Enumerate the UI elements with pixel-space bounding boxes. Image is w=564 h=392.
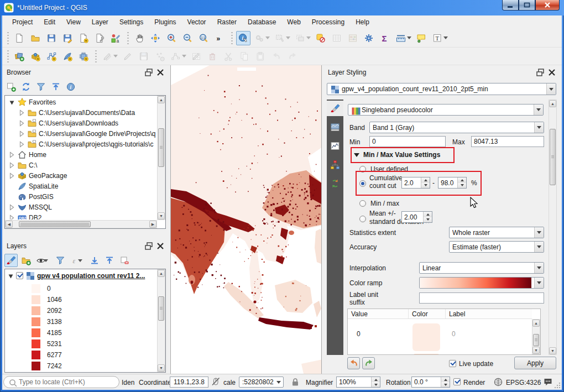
browser-item-mssql[interactable]: MSSQL (8, 202, 52, 212)
styling-tab-history[interactable] (327, 176, 343, 191)
menu-raster[interactable]: Raster (212, 15, 242, 29)
minmax-settings-header[interactable]: Min / Max Value Settings (363, 151, 440, 159)
chevron-down-icon[interactable] (265, 36, 270, 39)
styling-tab-transparency[interactable] (327, 119, 343, 135)
cumulative-label-line2[interactable]: count cut (369, 182, 396, 190)
browser-item-c[interactable]: C:\ (8, 160, 37, 170)
styling-panel-scrollbar[interactable]: ▲ ▼ (549, 100, 557, 355)
browser-item-db2[interactable]: DB2DB2 (8, 212, 41, 219)
menu-vector[interactable]: Vector (182, 15, 212, 29)
expander-icon[interactable] (8, 173, 15, 179)
toolbar-grip[interactable] (126, 32, 130, 44)
manage-map-themes-button[interactable] (34, 254, 48, 267)
collapse-arrow-icon[interactable] (354, 153, 359, 157)
color-ramp-selector[interactable] (419, 277, 544, 289)
menu-layer[interactable]: Layer (86, 15, 114, 29)
new-project-button[interactable] (12, 31, 27, 45)
collapse-all-button[interactable] (49, 80, 62, 93)
menu-processing[interactable]: Processing (306, 15, 350, 29)
styling-undo-button[interactable] (347, 357, 360, 369)
table-header-value[interactable]: Value (348, 309, 409, 318)
label-unit-suffix-input[interactable] (419, 292, 544, 304)
cumulative-label-line1[interactable]: Cumulative (369, 174, 403, 182)
save-project-button[interactable] (44, 31, 59, 45)
menu-edit[interactable]: Edit (38, 15, 61, 29)
add-group-button[interactable] (19, 254, 33, 267)
show-layout-manager-button[interactable] (92, 31, 107, 45)
table-header-label[interactable]: Label (446, 309, 532, 318)
filter-browser-button[interactable] (34, 80, 48, 93)
float-panel-icon[interactable] (144, 241, 154, 251)
browser-item-favorites[interactable]: Favorites (8, 97, 56, 107)
chevron-down-icon[interactable] (182, 55, 186, 58)
add-selected-layers-button[interactable] (4, 80, 18, 93)
statistics-extent-selector[interactable]: Whole raster (449, 227, 544, 238)
pan-to-selection-button[interactable] (148, 31, 163, 45)
layer-item[interactable]: gpw v4 population count rev11 2... (7, 270, 151, 281)
chevron-down-icon[interactable] (443, 36, 448, 39)
expander-icon[interactable] (8, 215, 15, 220)
toolbar-grip[interactable] (229, 32, 234, 44)
styling-redo-button[interactable] (362, 357, 375, 369)
expander-icon[interactable] (18, 130, 25, 137)
map-tips-button[interactable] (414, 31, 429, 45)
cumulative-min-spinbox[interactable]: 2.0 (401, 177, 430, 189)
apply-button[interactable]: Apply (514, 357, 556, 369)
max-input[interactable]: 8047.13 (471, 136, 544, 147)
styling-tab-histogram[interactable] (327, 138, 343, 154)
open-layer-styling-button[interactable] (4, 254, 18, 267)
table-row2-color-swatch[interactable] (412, 354, 440, 355)
layer-name[interactable]: gpw v4 population count rev11 2... (37, 272, 145, 280)
open-project-button[interactable] (28, 31, 43, 45)
close-panel-icon[interactable] (547, 67, 557, 77)
band-selector[interactable]: Band 1 (Gray) (369, 122, 544, 133)
new-virtual-layer-button[interactable] (76, 49, 91, 64)
min-max-label[interactable]: Min / max (370, 200, 399, 207)
properties-widget-button[interactable]: i (64, 80, 77, 93)
new-shapefile-layer-button[interactable] (44, 49, 59, 64)
minimize-button[interactable] (502, 0, 519, 11)
user-defined-radio[interactable] (359, 166, 366, 173)
refresh-button[interactable] (19, 80, 33, 93)
interpolation-selector[interactable]: Linear (419, 262, 544, 274)
expander-icon[interactable] (8, 204, 15, 211)
expander-icon[interactable] (7, 273, 14, 279)
browser-item-home[interactable]: Home (8, 149, 46, 160)
deselect-all-layers-button[interactable] (314, 31, 328, 45)
chevron-down-icon[interactable] (306, 36, 311, 39)
float-panel-icon[interactable] (535, 67, 545, 77)
styling-layer-selector[interactable]: gpw_v4_population_count_rev11_2010_2pt5_… (327, 83, 556, 95)
new-print-layout-button[interactable] (76, 31, 91, 45)
render-type-selector[interactable]: Singleband pseudocolor (348, 104, 544, 116)
browser-item-c-users-ujaval-documents-data[interactable]: C:\Users\ujaval\Documents\Data (18, 107, 135, 118)
layers-vertical-scrollbar[interactable]: ▲ ▼ (157, 269, 165, 372)
collapse-all2-button[interactable] (103, 254, 116, 267)
save-project-as-button[interactable] (60, 31, 75, 45)
color-map-table[interactable]: Value Color Label 0 0 ▲ ▼ (347, 309, 541, 355)
new-spatialite-layer-button[interactable] (60, 49, 75, 64)
cumulative-max-spinbox[interactable]: 98.0 (438, 177, 467, 189)
zoom-native-button[interactable]: 1:1 (196, 31, 211, 45)
browser-item-c-users-ujaval-google-drive-projects-q[interactable]: C:\Users\ujaval\Google Drive\Projects\q (18, 128, 155, 139)
resize-grip[interactable] (554, 382, 561, 389)
zoom-in-button[interactable] (164, 31, 179, 45)
scale-selector[interactable]: :52820802 (239, 377, 284, 388)
mean-stddev-radio[interactable] (359, 216, 366, 222)
remove-layer-button[interactable] (118, 254, 131, 267)
filter-expression-button[interactable]: ε (69, 254, 82, 267)
min-max-radio[interactable] (359, 200, 366, 207)
browser-item-c-users-ujaval-projects-qgis-tutorials-c[interactable]: C:\Users\ujaval\projects\qgis-tutorials\… (18, 139, 153, 149)
float-panel-icon[interactable] (144, 67, 154, 77)
live-update-checkbox[interactable] (449, 360, 456, 367)
crs-globe-icon[interactable] (493, 377, 503, 387)
style-manager-button[interactable]: a (108, 31, 123, 45)
render-label[interactable]: Render (463, 379, 485, 386)
user-defined-label[interactable]: User defined (370, 165, 408, 173)
text-annotation-button[interactable]: T (430, 31, 445, 45)
close-button[interactable] (535, 0, 560, 11)
menu-project[interactable]: Project (7, 15, 38, 29)
expander-icon[interactable] (18, 141, 25, 148)
browser-horizontal-scrollbar[interactable]: ◀ ▶ (5, 220, 157, 228)
toolbar-grip[interactable] (6, 50, 11, 62)
chevron-down-icon[interactable] (78, 259, 82, 262)
